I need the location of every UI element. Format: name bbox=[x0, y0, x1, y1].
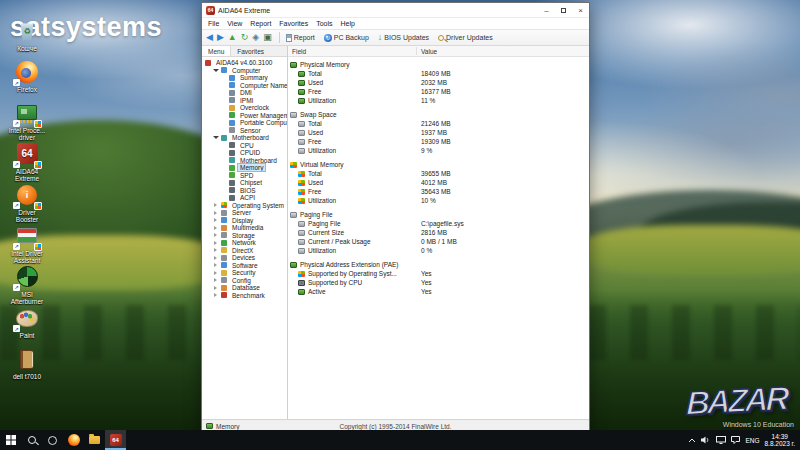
tab-menu[interactable]: Menu bbox=[202, 46, 231, 56]
desktop-icon-aida64[interactable]: 64↗AIDA64 Extreme bbox=[2, 141, 52, 182]
tree-item-spd[interactable]: SPD bbox=[202, 172, 287, 180]
tree-item-bios[interactable]: BIOS bbox=[202, 187, 287, 195]
expand-arrow-icon[interactable] bbox=[212, 233, 220, 237]
field-row-active[interactable]: ActiveYes bbox=[288, 287, 589, 296]
tree-item-portable-computer[interactable]: Portable Computer bbox=[202, 119, 287, 127]
menu-view[interactable]: View bbox=[223, 20, 246, 27]
taskbar-button-firefox[interactable] bbox=[63, 430, 84, 450]
field-row-utilization[interactable]: Utilization9 % bbox=[288, 146, 589, 155]
tree-item-overclock[interactable]: Overclock bbox=[202, 104, 287, 112]
section-header-paging-file[interactable]: Paging File bbox=[288, 210, 589, 219]
field-row-utilization[interactable]: Utilization0 % bbox=[288, 246, 589, 255]
section-header-virtual-memory[interactable]: Virtual Memory bbox=[288, 160, 589, 169]
tree-item-devices[interactable]: Devices bbox=[202, 254, 287, 262]
tree-item-database[interactable]: Database bbox=[202, 284, 287, 292]
action-center-icon[interactable] bbox=[731, 436, 740, 444]
tree-item-software[interactable]: Software bbox=[202, 262, 287, 270]
column-value[interactable]: Value bbox=[421, 48, 437, 55]
tree-item-storage[interactable]: Storage bbox=[202, 232, 287, 240]
tree-item-computer[interactable]: Computer bbox=[202, 67, 287, 75]
desktop-icon-dell-t7010[interactable]: dell t7010 bbox=[2, 346, 52, 387]
language-indicator[interactable]: ENG bbox=[745, 437, 759, 444]
tree-item-acpi[interactable]: ACPI bbox=[202, 194, 287, 202]
column-divider[interactable] bbox=[416, 47, 417, 55]
volume-icon[interactable] bbox=[701, 436, 711, 444]
collapse-arrow-icon[interactable] bbox=[212, 133, 220, 142]
close-button[interactable]: × bbox=[572, 3, 589, 18]
expand-arrow-icon[interactable] bbox=[212, 293, 220, 297]
field-row-utilization[interactable]: Utilization11 % bbox=[288, 96, 589, 105]
tree-item-power-management[interactable]: Power Management bbox=[202, 112, 287, 120]
taskbar-button-search[interactable] bbox=[21, 430, 42, 450]
taskbar-button-task-view[interactable] bbox=[42, 430, 63, 450]
tree-item-chipset[interactable]: Chipset bbox=[202, 179, 287, 187]
tree-item-motherboard[interactable]: Motherboard bbox=[202, 134, 287, 142]
title-bar[interactable]: 64 AIDA64 Extreme – × bbox=[202, 3, 589, 18]
tree-item-summary[interactable]: Summary bbox=[202, 74, 287, 82]
show-hidden-icons[interactable] bbox=[688, 438, 696, 443]
tree-item-computer-name[interactable]: Computer Name bbox=[202, 82, 287, 90]
field-row-utilization[interactable]: Utilization10 % bbox=[288, 196, 589, 205]
expand-arrow-icon[interactable] bbox=[212, 248, 220, 252]
expand-arrow-icon[interactable] bbox=[212, 256, 220, 260]
column-header[interactable]: Field Value bbox=[288, 46, 589, 57]
tree-item-network[interactable]: Network bbox=[202, 239, 287, 247]
back-icon[interactable]: ◀ bbox=[206, 33, 213, 42]
field-row-total[interactable]: Total39655 MB bbox=[288, 169, 589, 178]
up-icon[interactable]: ▲ bbox=[228, 33, 237, 42]
tree-item-memory[interactable]: Memory bbox=[202, 164, 287, 172]
clock[interactable]: 14:39 8.8.2023 г. bbox=[765, 433, 796, 447]
field-row-paging-file[interactable]: Paging FileC:\pagefile.sys bbox=[288, 219, 589, 228]
column-field[interactable]: Field bbox=[288, 48, 306, 55]
tree-item-security[interactable]: Security bbox=[202, 269, 287, 277]
network-icon[interactable] bbox=[716, 436, 726, 444]
maximize-button[interactable] bbox=[555, 3, 572, 18]
tree-item-display[interactable]: Display bbox=[202, 217, 287, 225]
field-row-free[interactable]: Free16377 MB bbox=[288, 87, 589, 96]
expand-arrow-icon[interactable] bbox=[212, 271, 220, 275]
start-button[interactable] bbox=[0, 430, 21, 450]
tree-item-config[interactable]: Config bbox=[202, 277, 287, 285]
desktop-icon-paint[interactable]: ↗Paint bbox=[2, 305, 52, 346]
desktop-icon-intel-driver[interactable]: ↗Intel Driver Assistant bbox=[2, 223, 52, 264]
section-header-physical-memory[interactable]: Physical Memory bbox=[288, 60, 589, 69]
taskbar-button-aida64[interactable]: 64 bbox=[105, 430, 126, 450]
field-row-used[interactable]: Used1937 MB bbox=[288, 128, 589, 137]
minimize-button[interactable]: – bbox=[538, 3, 555, 18]
collapse-arrow-icon[interactable] bbox=[212, 66, 220, 75]
field-row-used[interactable]: Used4012 MB bbox=[288, 178, 589, 187]
display-icon[interactable]: ▣ bbox=[263, 33, 272, 42]
expand-arrow-icon[interactable] bbox=[212, 241, 220, 245]
pc-backup-button[interactable]: ↻PC Backup bbox=[324, 34, 369, 42]
forward-icon[interactable]: ▶ bbox=[217, 33, 224, 42]
tree-item-motherboard[interactable]: Motherboard bbox=[202, 157, 287, 165]
expand-arrow-icon[interactable] bbox=[212, 286, 220, 290]
field-row-total[interactable]: Total18409 MB bbox=[288, 69, 589, 78]
tree-item-directx[interactable]: DirectX bbox=[202, 247, 287, 255]
tree-item-operating-system[interactable]: Operating System bbox=[202, 202, 287, 210]
desktop-icon-intel-proce[interactable]: ↗Intel Proce... driver bbox=[2, 100, 52, 141]
driver-updates-button[interactable]: Driver Updates bbox=[438, 34, 493, 41]
tree-item-multimedia[interactable]: Multimedia bbox=[202, 224, 287, 232]
tree-item-server[interactable]: Server bbox=[202, 209, 287, 217]
menu-tools[interactable]: Tools bbox=[312, 20, 336, 27]
field-row-total[interactable]: Total21246 MB bbox=[288, 119, 589, 128]
menu-file[interactable]: File bbox=[204, 20, 223, 27]
expand-arrow-icon[interactable] bbox=[212, 226, 220, 230]
expand-arrow-icon[interactable] bbox=[212, 218, 220, 222]
refresh-icon[interactable]: ↻ bbox=[241, 33, 249, 42]
expand-arrow-icon[interactable] bbox=[212, 203, 220, 207]
bios-updates-button[interactable]: ↓BIOS Updates bbox=[378, 33, 429, 42]
section-header-swap-space[interactable]: Swap Space bbox=[288, 110, 589, 119]
tree-item-cpu[interactable]: CPU bbox=[202, 142, 287, 150]
tree-item-cpuid[interactable]: CPUID bbox=[202, 149, 287, 157]
menu-help[interactable]: Help bbox=[336, 20, 358, 27]
field-row-supported-by-cpu[interactable]: Supported by CPUYes bbox=[288, 278, 589, 287]
tree-item-benchmark[interactable]: Benchmark bbox=[202, 292, 287, 300]
section-header-physical-address-extension-pae[interactable]: Physical Address Extension (PAE) bbox=[288, 260, 589, 269]
menu-report[interactable]: Report bbox=[246, 20, 275, 27]
menu-favorites[interactable]: Favorites bbox=[275, 20, 312, 27]
field-row-free[interactable]: Free35643 MB bbox=[288, 187, 589, 196]
find-icon[interactable]: ◈ bbox=[252, 33, 259, 42]
field-row-free[interactable]: Free19309 MB bbox=[288, 137, 589, 146]
